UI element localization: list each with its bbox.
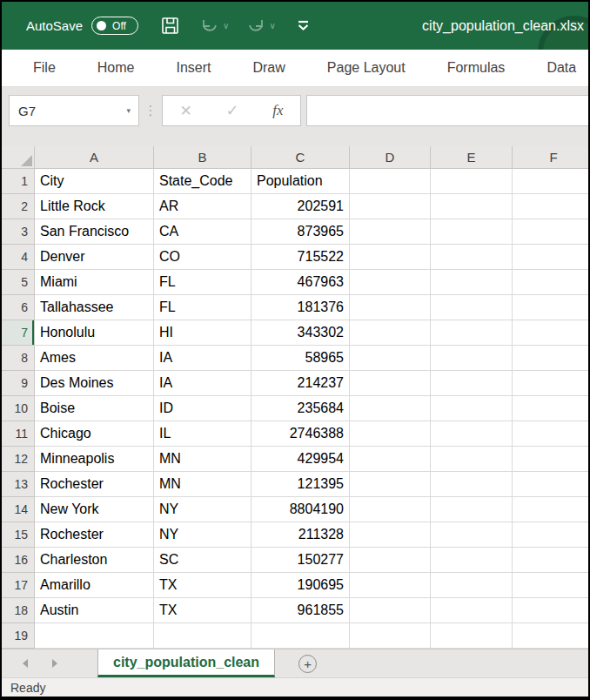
cell-F2[interactable]	[513, 194, 588, 219]
cell-A6[interactable]: Tallahassee	[35, 295, 154, 320]
cell-E10[interactable]	[431, 396, 513, 421]
add-sheet-button[interactable]: +	[298, 655, 317, 673]
cell-D3[interactable]	[350, 219, 431, 245]
cell-A13[interactable]: Rochester	[35, 472, 154, 497]
cell-C16[interactable]: 150277	[251, 548, 350, 573]
cell-A8[interactable]: Ames	[35, 346, 154, 371]
cell-F6[interactable]	[513, 295, 588, 320]
cell-C12[interactable]: 429954	[251, 447, 350, 472]
tab-draw[interactable]: Draw	[231, 50, 305, 86]
cell-C5[interactable]: 467963	[251, 270, 350, 295]
cell-F8[interactable]	[513, 346, 588, 371]
cell-C3[interactable]: 873965	[251, 219, 350, 245]
cell-F1[interactable]	[513, 169, 588, 194]
cell-C9[interactable]: 214237	[251, 371, 350, 396]
redo-dropdown-icon[interactable]: ∨	[269, 21, 275, 30]
cell-B15[interactable]: NY	[154, 522, 251, 548]
cell-F17[interactable]	[513, 573, 588, 598]
cell-A5[interactable]: Miami	[35, 270, 154, 295]
cell-D6[interactable]	[350, 295, 431, 320]
cell-B13[interactable]: MN	[154, 472, 251, 497]
cell-E18[interactable]	[431, 598, 513, 623]
cell-D19[interactable]	[350, 623, 431, 649]
cell-E1[interactable]	[431, 169, 513, 194]
tab-page-layout[interactable]: Page Layout	[306, 50, 426, 86]
column-header-F[interactable]: F	[513, 146, 588, 169]
cell-B14[interactable]: NY	[154, 497, 251, 522]
cell-E13[interactable]	[431, 472, 513, 497]
cell-B4[interactable]: CO	[154, 245, 251, 270]
row-header-18[interactable]: 18	[2, 598, 35, 623]
tab-data[interactable]: Data	[526, 50, 588, 86]
cell-E5[interactable]	[431, 270, 513, 295]
cell-D4[interactable]	[350, 245, 431, 270]
cell-A4[interactable]: Denver	[35, 245, 154, 270]
cell-E6[interactable]	[431, 295, 513, 320]
insert-function-icon[interactable]: fx	[272, 102, 283, 119]
cell-C6[interactable]: 181376	[251, 295, 350, 320]
cell-D16[interactable]	[350, 548, 431, 573]
row-header-12[interactable]: 12	[2, 447, 35, 472]
cell-B19[interactable]	[154, 623, 251, 649]
cell-A10[interactable]: Boise	[35, 396, 154, 421]
enter-icon[interactable]: ✓	[225, 101, 238, 120]
cell-B2[interactable]: AR	[154, 194, 251, 219]
column-header-B[interactable]: B	[154, 146, 251, 169]
formula-input[interactable]	[306, 95, 588, 126]
cell-A3[interactable]: San Francisco	[35, 219, 154, 245]
row-header-19[interactable]: 19	[2, 623, 35, 649]
cell-F19[interactable]	[513, 623, 588, 649]
cell-A16[interactable]: Charleston	[35, 548, 154, 573]
cell-D18[interactable]	[350, 598, 431, 623]
cell-C11[interactable]: 2746388	[251, 421, 350, 447]
cell-D17[interactable]	[350, 573, 431, 598]
cell-B17[interactable]: TX	[154, 573, 251, 598]
cell-A14[interactable]: New York	[35, 497, 154, 522]
row-header-17[interactable]: 17	[2, 573, 35, 598]
cell-B3[interactable]: CA	[154, 219, 251, 245]
row-header-13[interactable]: 13	[2, 472, 35, 497]
column-header-A[interactable]: A	[35, 146, 154, 169]
row-header-5[interactable]: 5	[2, 270, 35, 295]
cell-A12[interactable]: Minneapolis	[35, 447, 154, 472]
cell-B7[interactable]: HI	[154, 320, 251, 346]
cell-E15[interactable]	[431, 522, 513, 548]
column-header-E[interactable]: E	[431, 146, 513, 169]
cell-F13[interactable]	[513, 472, 588, 497]
cell-C14[interactable]: 8804190	[251, 497, 350, 522]
cell-A19[interactable]	[35, 623, 154, 649]
quick-access-chevron-icon[interactable]	[297, 20, 310, 31]
cell-F14[interactable]	[513, 497, 588, 522]
cell-F10[interactable]	[513, 396, 588, 421]
row-header-11[interactable]: 11	[2, 421, 35, 447]
cell-F18[interactable]	[513, 598, 588, 623]
row-header-16[interactable]: 16	[2, 548, 35, 573]
cell-F11[interactable]	[513, 421, 588, 447]
row-header-14[interactable]: 14	[2, 497, 35, 522]
cell-B8[interactable]: IA	[154, 346, 251, 371]
cell-A18[interactable]: Austin	[35, 598, 154, 623]
sheet-tab-active[interactable]: city_population_clean	[97, 650, 275, 677]
cell-F3[interactable]	[513, 219, 588, 245]
row-header-3[interactable]: 3	[2, 219, 35, 245]
cell-A2[interactable]: Little Rock	[35, 194, 154, 219]
cell-C17[interactable]: 190695	[251, 573, 350, 598]
cell-F15[interactable]	[513, 522, 588, 548]
cell-D15[interactable]	[350, 522, 431, 548]
cell-B16[interactable]: SC	[154, 548, 251, 573]
column-header-D[interactable]: D	[350, 146, 431, 169]
save-icon[interactable]	[161, 17, 179, 35]
row-header-10[interactable]: 10	[2, 396, 35, 421]
cell-A17[interactable]: Amarillo	[35, 573, 154, 598]
cell-E2[interactable]	[431, 194, 513, 219]
cell-D13[interactable]	[350, 472, 431, 497]
row-header-6[interactable]: 6	[2, 295, 35, 320]
cell-F7[interactable]	[513, 320, 588, 346]
redo-icon[interactable]	[246, 17, 265, 34]
row-header-1[interactable]: 1	[2, 169, 35, 194]
cell-D9[interactable]	[350, 371, 431, 396]
cell-B10[interactable]: ID	[154, 396, 251, 421]
sheet-nav-right-icon[interactable]	[52, 659, 57, 668]
cell-F12[interactable]	[513, 447, 588, 472]
cell-C4[interactable]: 715522	[251, 245, 350, 270]
